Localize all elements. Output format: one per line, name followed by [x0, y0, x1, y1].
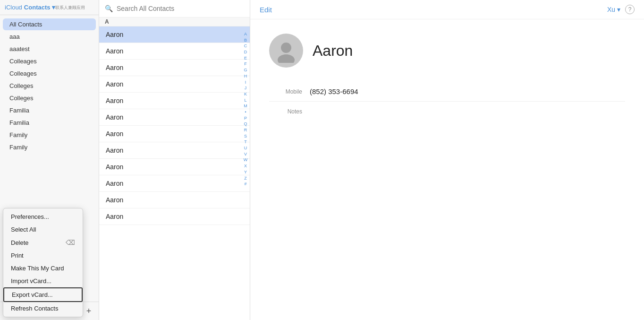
context-menu-preferences[interactable]: Preferences... [3, 210, 83, 223]
context-menu-delete[interactable]: Delete ⌫ [3, 236, 83, 249]
alpha-E[interactable]: E [242, 56, 249, 61]
svg-point-1 [278, 54, 295, 63]
contact-row[interactable]: Aaron [99, 159, 250, 175]
alpha-H[interactable]: H [242, 74, 249, 79]
contact-name: Aaron [313, 42, 353, 60]
sidebar-item-colleges1[interactable]: Colleges [3, 80, 96, 92]
contact-row[interactable]: Aaron [99, 43, 250, 60]
alpha-P[interactable]: P [242, 116, 249, 121]
alpha-J[interactable]: J [242, 86, 249, 91]
detail-toolbar: Edit Xu ▾ ? [250, 0, 644, 19]
alpha-S[interactable]: S [242, 134, 249, 139]
sidebar-item-aaa[interactable]: aaa [3, 31, 96, 43]
contact-row[interactable]: Aaron [99, 60, 250, 76]
context-menu-export-vcard[interactable]: Export vCard... [3, 287, 83, 302]
contact-row[interactable]: Aaron [99, 175, 250, 192]
alpha-hash[interactable]: # [242, 182, 249, 187]
edit-button[interactable]: Edit [260, 6, 272, 14]
contacts-dropdown[interactable]: Contacts ▾ [24, 4, 55, 11]
sidebar-item-familia2[interactable]: Familia [3, 117, 96, 129]
contact-header: Aaron [269, 34, 625, 68]
detail-panel: Edit Xu ▾ ? Aaron Mobile (852) 353-6694 [250, 0, 644, 320]
app-subtitle: 联系人兼顾应用 [55, 5, 85, 11]
field-row-mobile: Mobile (852) 353-6694 [269, 82, 625, 102]
contact-row[interactable]: Aaron [99, 93, 250, 109]
alpha-scroll: A B C D E F G H I J K L M • P Q R S T U … [242, 32, 249, 187]
sidebar-item-colleges2[interactable]: Colleges [3, 92, 96, 104]
context-menu-import-vcard[interactable]: Import vCard... [3, 275, 83, 287]
icloud-logo: iCloud [5, 4, 22, 11]
alpha-X[interactable]: X [242, 164, 249, 169]
context-menu-make-my-card[interactable]: Make This My Card [3, 262, 83, 275]
sidebar-item-aaatest[interactable]: aaatest [3, 43, 96, 55]
contact-row[interactable]: Aaron [99, 76, 250, 93]
notes-label: Notes [269, 107, 302, 115]
context-menu-select-all[interactable]: Select All [3, 223, 83, 236]
avatar [269, 34, 303, 68]
sidebar: iCloud Contacts ▾ 联系人兼顾应用 All Contacts a… [0, 0, 99, 320]
alpha-V[interactable]: V [242, 152, 249, 157]
alpha-G[interactable]: G [242, 68, 249, 73]
alpha-dot[interactable]: • [242, 110, 249, 115]
context-menu: Preferences... Select All Delete ⌫ Print… [3, 208, 83, 317]
sidebar-header: iCloud Contacts ▾ 联系人兼顾应用 [0, 0, 99, 15]
alpha-Y[interactable]: Y [242, 170, 249, 175]
alpha-M[interactable]: M [242, 104, 249, 109]
contact-row[interactable]: Aaron [99, 208, 250, 225]
alpha-Z[interactable]: Z [242, 176, 249, 182]
contact-list-panel: 🔍 A Aaron Aaron Aaron Aaron Aaron Aaron … [99, 0, 250, 320]
field-value-mobile: (852) 353-6694 [310, 87, 358, 95]
svg-point-0 [281, 43, 291, 53]
add-contact-button[interactable]: + [84, 306, 94, 316]
contact-row[interactable]: Aaron [99, 109, 250, 126]
alpha-I[interactable]: I [242, 80, 249, 86]
sidebar-item-all-contacts[interactable]: All Contacts [3, 18, 96, 30]
alpha-C[interactable]: C [242, 43, 249, 49]
notes-row: Notes [269, 102, 625, 121]
alpha-L[interactable]: L [242, 98, 249, 104]
sidebar-item-familia1[interactable]: Familia [3, 104, 96, 116]
alpha-B[interactable]: B [242, 38, 249, 43]
alpha-T[interactable]: T [242, 139, 249, 145]
contact-list-body: A Aaron Aaron Aaron Aaron Aaron Aaron Aa… [99, 17, 250, 320]
search-icon: 🔍 [105, 5, 113, 12]
delete-shortcut-icon: ⌫ [66, 239, 75, 246]
contact-row[interactable]: Aaron [99, 26, 250, 43]
alpha-Q[interactable]: Q [242, 121, 249, 127]
contact-row[interactable]: Aaron [99, 192, 250, 208]
sidebar-item-family1[interactable]: Family [3, 129, 96, 141]
help-icon[interactable]: ? [625, 5, 635, 14]
field-label-mobile: Mobile [269, 87, 302, 95]
context-menu-print[interactable]: Print [3, 249, 83, 262]
search-input[interactable] [117, 5, 244, 12]
detail-body: Aaron Mobile (852) 353-6694 Notes [250, 19, 644, 320]
letter-header-a: A [99, 17, 250, 26]
contact-row[interactable]: Aaron [99, 126, 250, 142]
alpha-D[interactable]: D [242, 50, 249, 55]
alpha-K[interactable]: K [242, 92, 249, 97]
detail-toolbar-right: Xu ▾ ? [607, 5, 635, 14]
search-bar: 🔍 [99, 0, 250, 17]
sidebar-item-colleages1[interactable]: Colleages [3, 55, 96, 67]
alpha-W[interactable]: W [242, 157, 249, 163]
sidebar-item-colleages2[interactable]: Colleages [3, 68, 96, 79]
context-menu-refresh-contacts[interactable]: Refresh Contacts [3, 302, 83, 315]
username-badge[interactable]: Xu ▾ [607, 6, 620, 13]
contact-row[interactable]: Aaron [99, 142, 250, 159]
alpha-U[interactable]: U [242, 146, 249, 151]
alpha-R[interactable]: R [242, 128, 249, 133]
alpha-A[interactable]: A [242, 32, 249, 37]
sidebar-item-family2[interactable]: Family [3, 141, 96, 153]
alpha-F[interactable]: F [242, 61, 249, 67]
